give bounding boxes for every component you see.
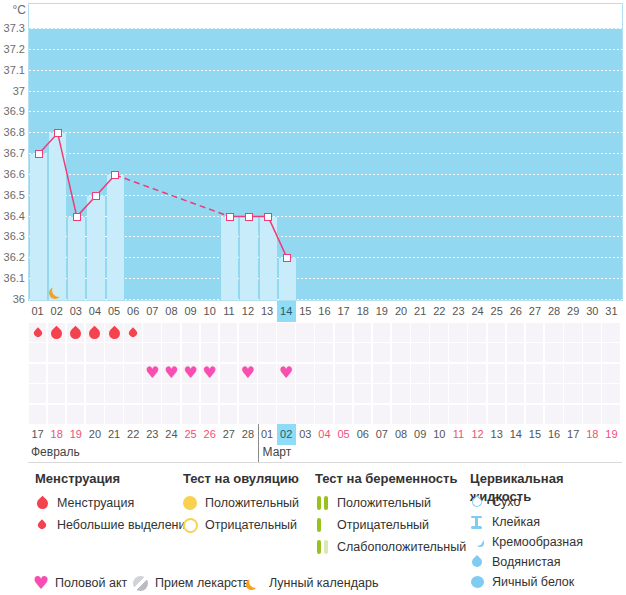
cervical-fluid-row-cell	[392, 405, 410, 424]
line-segment-dashed	[115, 175, 230, 217]
cycle-day-cell[interactable]: 18	[353, 301, 372, 322]
calendar-date-cell[interactable]: 22	[124, 424, 143, 445]
cycle-day-cell[interactable]: 01	[28, 301, 47, 322]
y-tick-label: 36.8	[0, 125, 25, 139]
calendar-date-axis: 1718192021222324252627280102030405060708…	[28, 424, 621, 445]
calendar-date-cell[interactable]: 05	[334, 424, 353, 445]
calendar-date-cell[interactable]: 09	[411, 424, 430, 445]
cervical-fluid-row-cell	[507, 405, 525, 424]
cervical-fluid-row-cell	[602, 405, 620, 424]
calendar-date-cell[interactable]: 04	[315, 424, 334, 445]
ovulation-test-row-cell	[239, 343, 257, 362]
menstruation-row-cell	[430, 323, 448, 342]
cycle-day-cell[interactable]: 03	[66, 301, 85, 322]
calendar-date-cell[interactable]: 19	[602, 424, 621, 445]
cycle-day-cell[interactable]: 30	[583, 301, 602, 322]
cycle-day-cell[interactable]: 05	[105, 301, 124, 322]
calendar-date-cell[interactable]: 11	[449, 424, 468, 445]
cycle-day-cell[interactable]: 19	[372, 301, 391, 322]
calendar-date-cell[interactable]: 28	[238, 424, 257, 445]
pregnancy-test-row-cell	[449, 384, 467, 403]
calendar-date-cell[interactable]: 03	[296, 424, 315, 445]
cycle-day-cell[interactable]: 10	[200, 301, 219, 322]
cycle-day-cell[interactable]: 29	[564, 301, 583, 322]
line-segment-solid	[230, 217, 287, 259]
ovulation-test-row-cell	[411, 343, 429, 362]
pregnancy-weak-positive-icon	[317, 540, 328, 554]
calendar-date-cell[interactable]: 18	[583, 424, 602, 445]
cycle-day-cell[interactable]: 06	[124, 301, 143, 322]
ovulation-test-row-cell	[86, 343, 104, 362]
cycle-day-cell[interactable]: 11	[219, 301, 238, 322]
legend-item-label: Клейкая	[492, 515, 540, 529]
pregnancy-test-row-cell	[583, 384, 601, 403]
calendar-date-cell[interactable]: 14	[506, 424, 525, 445]
menstruation-row-cell	[488, 323, 506, 342]
calendar-date-cell[interactable]: 01	[258, 424, 277, 445]
cycle-day-cell[interactable]: 14	[277, 301, 296, 322]
calendar-date-cell[interactable]: 24	[162, 424, 181, 445]
legend-item-label: Сухо	[492, 495, 520, 509]
cycle-day-cell[interactable]: 15	[296, 301, 315, 322]
calendar-date-cell[interactable]: 18	[47, 424, 66, 445]
calendar-date-cell[interactable]: 12	[468, 424, 487, 445]
calendar-date-cell[interactable]: 17	[28, 424, 47, 445]
calendar-date-cell[interactable]: 15	[525, 424, 544, 445]
calendar-date-cell[interactable]: 02	[277, 424, 296, 445]
intercourse-icon: ♥	[33, 575, 49, 591]
cycle-day-cell[interactable]: 17	[334, 301, 353, 322]
legend-item: Положительный	[315, 492, 466, 514]
cycle-day-cell[interactable]: 23	[449, 301, 468, 322]
intercourse-row-cell	[449, 364, 467, 383]
cycle-day-cell[interactable]: 08	[162, 301, 181, 322]
cycle-day-cell[interactable]: 22	[430, 301, 449, 322]
menstruation-row-cell	[373, 323, 391, 342]
calendar-date-cell[interactable]: 25	[181, 424, 200, 445]
calendar-date-cell[interactable]: 21	[105, 424, 124, 445]
pregnancy-test-row-cell	[488, 384, 506, 403]
legend-item-icon-box	[35, 521, 53, 529]
cycle-day-cell[interactable]: 16	[315, 301, 334, 322]
cycle-day-cell[interactable]: 25	[487, 301, 506, 322]
y-tick-label: 36.2	[0, 250, 25, 264]
cycle-day-cell[interactable]: 09	[181, 301, 200, 322]
cycle-day-cell[interactable]: 02	[47, 301, 66, 322]
ovulation-test-row-cell	[201, 343, 219, 362]
temperature-marker	[245, 213, 253, 221]
cycle-day-cell[interactable]: 31	[602, 301, 621, 322]
calendar-date-cell[interactable]: 19	[66, 424, 85, 445]
cycle-day-cell[interactable]: 04	[85, 301, 104, 322]
cycle-day-cell[interactable]: 12	[238, 301, 257, 322]
cycle-day-cell[interactable]: 28	[544, 301, 563, 322]
calendar-date-cell[interactable]: 07	[372, 424, 391, 445]
menstruation-row-cell	[277, 323, 295, 342]
calendar-date-cell[interactable]: 08	[391, 424, 410, 445]
cycle-day-cell[interactable]: 26	[506, 301, 525, 322]
calendar-date-cell[interactable]: 20	[85, 424, 104, 445]
calendar-date-cell[interactable]: 17	[564, 424, 583, 445]
calendar-date-cell[interactable]: 26	[200, 424, 219, 445]
legend-item-label: Водянистая	[492, 555, 561, 569]
intercourse-heart-icon: ♥	[277, 364, 295, 382]
cycle-day-cell[interactable]: 07	[143, 301, 162, 322]
calendar-date-cell[interactable]: 13	[487, 424, 506, 445]
cycle-day-cell[interactable]: 20	[391, 301, 410, 322]
calendar-date-cell[interactable]: 10	[430, 424, 449, 445]
pregnancy-test-row-cell	[430, 384, 448, 403]
ovulation-test-row-cell	[277, 343, 295, 362]
calendar-date-cell[interactable]: 16	[544, 424, 563, 445]
cycle-day-cell[interactable]: 27	[525, 301, 544, 322]
pregnancy-test-row-cell	[296, 384, 314, 403]
calendar-date-cell[interactable]: 06	[353, 424, 372, 445]
calendar-date-cell[interactable]: 23	[143, 424, 162, 445]
intercourse-heart-icon: ♥	[162, 364, 180, 382]
pregnancy-test-row-cell	[105, 384, 123, 403]
calendar-date-cell[interactable]: 27	[219, 424, 238, 445]
ovulation-test-row-cell	[162, 343, 180, 362]
cycle-day-cell[interactable]: 24	[468, 301, 487, 322]
cycle-day-cell[interactable]: 13	[258, 301, 277, 322]
cycle-day-cell[interactable]: 21	[411, 301, 430, 322]
month-label-february: Февраль	[31, 445, 80, 459]
cervical-fluid-row-cell	[315, 405, 333, 424]
intercourse-row-cell	[335, 364, 353, 383]
